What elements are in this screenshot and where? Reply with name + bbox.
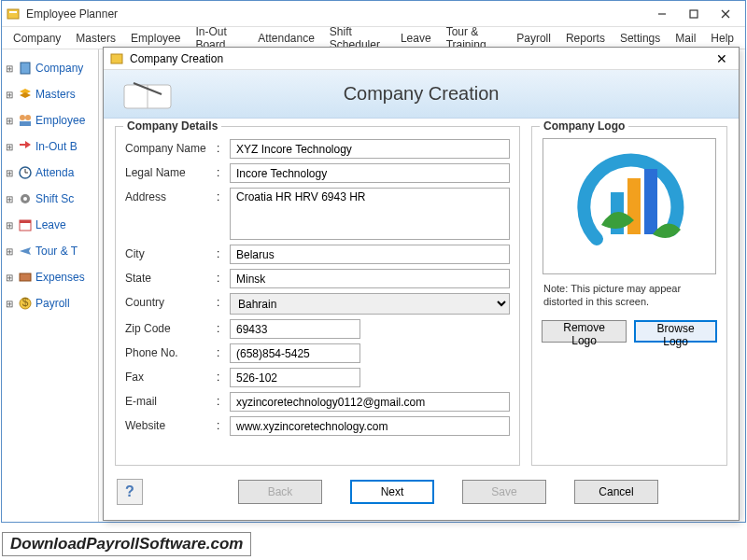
- gear-icon: [18, 191, 33, 206]
- svg-rect-3: [690, 10, 698, 18]
- svg-point-10: [25, 115, 31, 120]
- dialog-title: Company Creation: [130, 52, 223, 65]
- label-country: Country: [125, 293, 217, 309]
- sidebar-item-attendance[interactable]: ⊞Attenda: [4, 160, 96, 186]
- company-creation-dialog: Company Creation ✕ Company Creation Comp…: [103, 47, 740, 521]
- dialog-close-button[interactable]: ✕: [711, 49, 733, 68]
- svg-rect-26: [627, 178, 641, 234]
- sidebar-label: In-Out B: [35, 140, 78, 153]
- dialog-header: Company Creation: [104, 70, 739, 119]
- menu-mail[interactable]: Mail: [668, 29, 703, 48]
- sidebar-item-tour[interactable]: ⊞Tour & T: [4, 238, 96, 264]
- building-icon: [18, 61, 33, 76]
- sidebar: ⊞Company ⊞Masters ⊞Employee ⊞In-Out B ⊞A…: [2, 49, 99, 522]
- clock-icon: [18, 165, 33, 180]
- back-button[interactable]: Back: [238, 480, 322, 504]
- help-button[interactable]: ?: [117, 479, 143, 505]
- sidebar-item-leave[interactable]: ⊞Leave: [4, 212, 96, 238]
- sidebar-label: Leave: [35, 218, 66, 231]
- website-input[interactable]: [230, 416, 510, 436]
- label-city: City: [125, 245, 217, 260]
- label-email: E-mail: [125, 392, 217, 408]
- label-phone: Phone No.: [125, 343, 217, 359]
- next-button[interactable]: Next: [350, 480, 434, 504]
- svg-rect-0: [7, 9, 19, 19]
- details-legend: Company Details: [123, 119, 221, 133]
- sidebar-label: Expenses: [35, 271, 85, 284]
- expand-icon[interactable]: ⊞: [6, 220, 15, 231]
- sidebar-item-expenses[interactable]: ⊞Expenses: [4, 264, 96, 290]
- sidebar-item-payroll[interactable]: ⊞$Payroll: [4, 290, 96, 316]
- expand-icon[interactable]: ⊞: [6, 63, 15, 74]
- save-button[interactable]: Save: [462, 480, 546, 504]
- sidebar-label: Company: [35, 62, 83, 75]
- city-input[interactable]: [230, 245, 510, 264]
- email-input[interactable]: [230, 392, 510, 412]
- expand-icon[interactable]: ⊞: [6, 168, 15, 178]
- calendar-icon: [18, 217, 33, 232]
- label-website: Website: [125, 416, 217, 432]
- address-input[interactable]: Croatia HR HRV 6943 HR: [230, 188, 510, 240]
- minimize-button[interactable]: [646, 4, 678, 24]
- maximize-button[interactable]: [678, 4, 710, 24]
- menu-settings[interactable]: Settings: [613, 29, 668, 48]
- sidebar-label: Payroll: [35, 297, 70, 310]
- dialog-header-title: Company Creation: [344, 83, 500, 105]
- menu-leave[interactable]: Leave: [393, 29, 439, 48]
- svg-rect-1: [9, 11, 17, 13]
- money-icon: [18, 270, 33, 285]
- svg-rect-19: [20, 273, 31, 281]
- expand-icon[interactable]: ⊞: [6, 142, 15, 152]
- label-state: State: [125, 269, 217, 285]
- logo-preview: [543, 138, 716, 274]
- svg-rect-27: [644, 169, 657, 234]
- sidebar-item-employee[interactable]: ⊞Employee: [4, 107, 96, 133]
- fax-input[interactable]: [230, 368, 360, 387]
- dialog-footer: ? Back Next Save Cancel: [104, 473, 739, 511]
- company-logo-fieldset: Company Logo Note: This picture may appe…: [531, 126, 727, 466]
- people-icon: [18, 113, 33, 128]
- label-legal-name: Legal Name: [125, 163, 217, 179]
- sidebar-label: Tour & T: [35, 245, 78, 258]
- sidebar-label: Attenda: [35, 166, 74, 179]
- menu-help[interactable]: Help: [703, 29, 741, 48]
- close-button[interactable]: [710, 4, 741, 24]
- menu-masters[interactable]: Masters: [68, 29, 123, 48]
- svg-rect-6: [21, 63, 30, 74]
- sidebar-item-inout[interactable]: ⊞In-Out B: [4, 133, 96, 160]
- dialog-titlebar: Company Creation ✕: [104, 48, 739, 70]
- label-company-name: Company Name: [125, 139, 217, 155]
- phone-input[interactable]: [230, 343, 360, 363]
- expand-icon[interactable]: ⊞: [6, 246, 15, 257]
- state-input[interactable]: [230, 269, 510, 288]
- expand-icon[interactable]: ⊞: [6, 116, 15, 126]
- sidebar-item-masters[interactable]: ⊞Masters: [4, 81, 96, 107]
- svg-text:$: $: [22, 296, 29, 309]
- svg-point-9: [20, 115, 25, 120]
- menu-company[interactable]: Company: [6, 29, 68, 48]
- expand-icon[interactable]: ⊞: [6, 194, 15, 204]
- plane-icon: [18, 244, 33, 259]
- zip-input[interactable]: [230, 319, 360, 339]
- browse-logo-button[interactable]: Browse Logo: [634, 320, 717, 343]
- menu-payroll[interactable]: Payroll: [509, 29, 558, 48]
- legal-name-input[interactable]: [230, 163, 510, 183]
- menu-reports[interactable]: Reports: [558, 29, 613, 48]
- remove-logo-button[interactable]: Remove Logo: [542, 320, 627, 343]
- menu-employee[interactable]: Employee: [123, 29, 188, 48]
- expand-icon[interactable]: ⊞: [6, 273, 15, 283]
- label-fax: Fax: [125, 368, 217, 384]
- cancel-button[interactable]: Cancel: [574, 480, 658, 504]
- sidebar-label: Masters: [35, 88, 76, 101]
- menu-attendance[interactable]: Attendance: [250, 29, 322, 48]
- country-select[interactable]: Bahrain: [230, 293, 510, 315]
- company-name-input[interactable]: [230, 139, 510, 159]
- sidebar-item-shift[interactable]: ⊞Shift Sc: [4, 186, 96, 212]
- sidebar-item-company[interactable]: ⊞Company: [4, 55, 96, 81]
- window-title: Employee Planner: [26, 7, 118, 21]
- expand-icon[interactable]: ⊞: [6, 299, 15, 309]
- expand-icon[interactable]: ⊞: [6, 90, 15, 100]
- company-details-fieldset: Company Details Company Name: Legal Name…: [115, 126, 520, 466]
- company-logo-image: [559, 146, 699, 267]
- notebook-icon: [115, 76, 180, 116]
